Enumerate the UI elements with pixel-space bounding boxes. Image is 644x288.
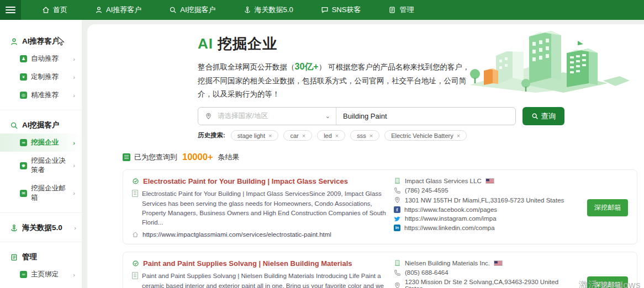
nav-item-manage[interactable]: 管理 — [381, 0, 421, 20]
tag-close-icon[interactable]: × — [302, 132, 305, 139]
chevron-right-icon: › — [73, 56, 75, 62]
tag-close-icon[interactable]: × — [268, 132, 272, 139]
nav-item-ai-recommend[interactable]: AI推荐客户 — [87, 0, 149, 20]
anchor-icon — [244, 6, 251, 14]
nav-item-label: AI挖掘客户 — [180, 5, 215, 15]
sidebar-item-auto-recommend[interactable]: ♟ 自动推荐 › — [0, 50, 82, 68]
sidebar-item-precise-recommend[interactable]: ◎ 精准推荐 › — [0, 86, 82, 104]
windows-activation-watermark: 激活 Windows — [578, 279, 641, 288]
nav-item-label: 管理 — [399, 5, 414, 15]
result-list-icon — [123, 153, 130, 161]
history-tag[interactable]: led× — [317, 130, 345, 141]
sidebar-item-label: 主页绑定 — [31, 270, 59, 279]
description-doc-icon — [132, 190, 138, 197]
result-card: Electrostatic Paint for Your Building | … — [123, 169, 637, 244]
history-tag[interactable]: stage light× — [231, 130, 279, 141]
sidebar-section-manage: 管理 ∞ 主页绑定 › ★ 收藏客户 › ✉ 邮箱设置 › — [0, 247, 82, 288]
phone-row: (805) 688-6464 — [394, 269, 575, 276]
nav-item-ai-mining[interactable]: AI挖掘客户 — [161, 0, 223, 20]
nav-menu: 首页 AI推荐客户 AI挖掘客户 海关数据5.0 SNS获客 管理 — [34, 0, 434, 20]
search-button[interactable]: 查询 — [522, 107, 564, 125]
nav-item-sns[interactable]: SNS获客 — [313, 0, 369, 20]
linkedin-icon: in — [394, 225, 400, 231]
us-flag-icon — [494, 260, 503, 266]
nav-item-label: 首页 — [53, 5, 67, 15]
search-bar: 请选择国家/地区 ⌄ 查询 — [198, 107, 644, 125]
dig-email-button[interactable]: 深挖邮箱 — [587, 199, 628, 216]
linkedin-link[interactable]: https://www.linkedin.com/compa — [404, 225, 495, 231]
sidebar-header-ai-mining[interactable]: AI挖掘客户 — [0, 117, 82, 134]
twitter-link[interactable]: https://www.instagram.com/impa — [405, 215, 497, 222]
building-icon — [394, 259, 401, 266]
homepage-binding-icon: ∞ — [20, 271, 27, 278]
sidebar-header-ai-recommend[interactable]: AI推荐客户 — [0, 33, 82, 50]
sidebar-item-custom-recommend[interactable]: ¥ 定制推荐 › — [0, 68, 82, 86]
chevron-right-icon: › — [73, 74, 75, 81]
facebook-link[interactable]: https://www.facebook.com/pages — [404, 206, 497, 213]
history-tag[interactable]: car× — [283, 130, 312, 141]
globe-badge-icon — [132, 260, 139, 267]
nav-item-home[interactable]: 首页 — [34, 0, 75, 20]
history-tag[interactable]: Electric Vehicle Battery× — [384, 130, 467, 141]
auto-recommend-icon: ♟ — [20, 55, 27, 62]
chevron-right-icon: › — [73, 271, 75, 278]
company-address: 1301 NW 155TH Dr Miami,FL,33169-5723 Uni… — [405, 197, 564, 204]
result-url-link[interactable]: https://www.impactglassmiami.com/service… — [142, 231, 331, 238]
result-title-link[interactable]: Paint and Paint Supplies Solvang | Niels… — [143, 259, 352, 268]
tag-label: stage light — [237, 132, 265, 139]
sidebar-header-label: 管理 — [22, 252, 37, 262]
tag-label: led — [324, 132, 332, 139]
chevron-right-icon: › — [74, 225, 76, 231]
sidebar-item-favorite-customers[interactable]: ★ 收藏客户 › — [0, 284, 82, 288]
main-panel: AI挖掘企业 整合抓取全球网页公开数据（30亿+） 可根据您客户的产品名称来找到… — [87, 24, 644, 288]
count-prefix: 已为您查询到 — [134, 152, 177, 162]
phone-number: (786) 245-4595 — [405, 187, 448, 194]
tag-close-icon[interactable]: × — [457, 132, 460, 139]
phone-icon — [394, 187, 401, 194]
phone-number: (805) 688-6464 — [405, 269, 448, 276]
sidebar-item-homepage-binding[interactable]: ∞ 主页绑定 › — [0, 265, 82, 284]
document-icon — [388, 6, 396, 14]
facebook-row[interactable]: f https://www.facebook.com/pages — [394, 206, 575, 213]
result-card: Paint and Paint Supplies Solvang | Niels… — [123, 252, 637, 288]
sidebar-item-label: 挖掘企业 — [31, 138, 59, 147]
home-icon — [42, 6, 50, 14]
result-title-link[interactable]: Electrostatic Paint for Your Building | … — [143, 177, 348, 185]
tag-close-icon[interactable]: × — [369, 132, 373, 139]
nav-item-customs-data[interactable]: 海关数据5.0 — [236, 0, 301, 20]
address-row: 1230 Mission Dr Ste 2 Solvang,CA,93463-2… — [394, 279, 575, 288]
results-section: 已为您查询到 10000+ 条结果 Electrostatic Paint fo… — [123, 152, 637, 288]
sidebar-item-label: 精准推荐 — [31, 90, 59, 100]
result-title-row[interactable]: Paint and Paint Supplies Solvang | Niels… — [132, 259, 386, 268]
hamburger-menu-icon[interactable] — [0, 0, 21, 20]
sidebar-header-label: 海关数据5.0 — [22, 223, 62, 233]
country-select[interactable]: 请选择国家/地区 ⌄ — [198, 108, 336, 125]
linkedin-row[interactable]: in https://www.linkedin.com/compa — [394, 225, 575, 231]
nav-item-label: AI推荐客户 — [106, 5, 141, 15]
sidebar-item-label: 挖掘企业邮箱 — [31, 184, 69, 202]
building-icon — [394, 177, 401, 184]
sidebar-header-label: AI挖掘客户 — [22, 120, 60, 130]
sidebar-item-mine-company[interactable]: ∞ 挖掘企业 › — [0, 134, 82, 152]
result-title-row[interactable]: Electrostatic Paint for Your Building | … — [132, 177, 386, 185]
desc-highlight: 30亿+ — [295, 62, 319, 71]
search-input[interactable] — [336, 108, 515, 125]
sidebar-header-manage[interactable]: 管理 — [0, 249, 82, 265]
sidebar-item-mine-decision-maker[interactable]: ♚ 挖掘企业决策者 › — [0, 152, 82, 179]
location-pin-icon — [394, 282, 401, 288]
history-tag[interactable]: sss× — [350, 130, 379, 141]
page-title-rest: 挖掘企业 — [218, 35, 277, 52]
custom-recommend-icon: ¥ — [20, 73, 27, 81]
mine-email-icon: ✉ — [20, 190, 27, 197]
result-card-left: Paint and Paint Supplies Solvang | Niels… — [132, 259, 386, 288]
twitter-row[interactable]: https://www.instagram.com/impa — [394, 215, 575, 222]
sidebar-header-customs[interactable]: 海关数据5.0 › — [0, 220, 82, 236]
sidebar-item-mine-email[interactable]: ✉ 挖掘企业邮箱 › — [0, 179, 82, 207]
tag-label: Electric Vehicle Battery — [391, 132, 453, 139]
result-count: 已为您查询到 10000+ 条结果 — [123, 152, 637, 162]
result-url-row[interactable]: https://www.impactglassmiami.com/service… — [132, 231, 386, 238]
count-value: 10000+ — [182, 152, 213, 162]
result-description-row: Paint and Paint Supplies Solvang | Niels… — [132, 271, 386, 288]
tag-close-icon[interactable]: × — [335, 132, 339, 139]
search-icon — [169, 6, 177, 14]
